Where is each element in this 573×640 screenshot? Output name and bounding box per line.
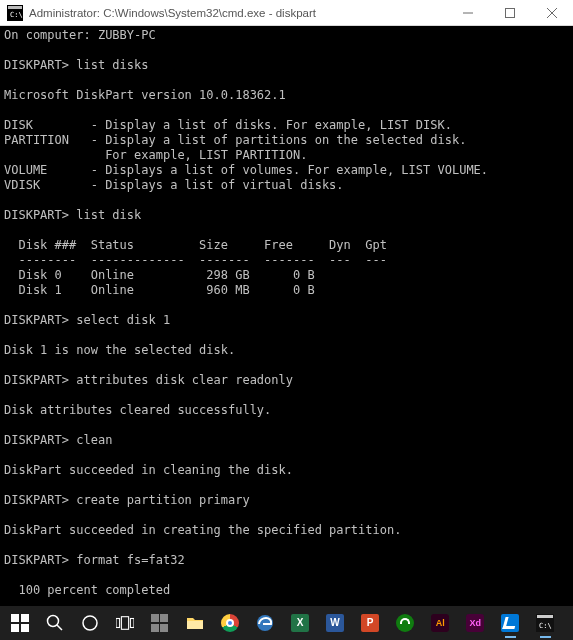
svg-point-11 [47,616,58,627]
close-icon [547,8,557,18]
console-output[interactable]: On computer: ZUBBY-PC DISKPART> list dis… [0,26,573,606]
xbox-icon [396,614,414,632]
minimize-button[interactable] [447,0,489,25]
cmd-icon-taskbar: C:\ [536,614,554,632]
search-icon [46,614,64,632]
maximize-button[interactable] [489,0,531,25]
svg-rect-10 [21,624,29,632]
task-view-button[interactable] [111,608,138,638]
taskbar-app-excel[interactable]: X [287,608,314,638]
titlebar[interactable]: C:\ Administrator: C:\Windows\System32\c… [0,0,573,26]
svg-rect-1 [8,6,22,9]
svg-rect-7 [11,614,19,622]
store-icon [151,614,169,632]
taskbar-app-chrome[interactable] [216,608,243,638]
cortana-icon [81,614,99,632]
taskbar-app-xbox[interactable] [392,608,419,638]
windows-icon [11,614,29,632]
illustrator-icon: Al [431,614,449,632]
excel-icon: X [291,614,309,632]
taskbar-app-vscode[interactable] [497,608,524,638]
cortana-button[interactable] [76,608,103,638]
taskbar-app-word[interactable]: W [322,608,349,638]
svg-rect-14 [116,619,120,628]
task-view-icon [116,614,134,632]
word-icon: W [326,614,344,632]
taskbar-app-xd[interactable]: Xd [462,608,489,638]
svg-point-13 [83,616,97,630]
window: C:\ Administrator: C:\Windows\System32\c… [0,0,573,640]
chrome-icon [221,614,239,632]
svg-rect-20 [537,615,553,618]
svg-rect-9 [11,624,19,632]
start-button[interactable] [6,608,33,638]
svg-rect-4 [506,8,515,17]
taskbar-app-explorer[interactable] [181,608,208,638]
window-title: Administrator: C:\Windows\System32\cmd.e… [29,7,447,19]
minimize-icon [463,8,473,18]
svg-rect-16 [130,619,134,628]
taskbar-app-illustrator[interactable]: Al [427,608,454,638]
svg-text:C:\: C:\ [10,11,23,19]
svg-rect-17 [187,621,203,629]
taskbar[interactable]: X W P Al Xd C:\ [0,606,573,640]
edge-icon [256,614,274,632]
xd-icon: Xd [466,614,484,632]
vscode-icon [501,614,519,632]
taskbar-app-cmd[interactable]: C:\ [532,608,559,638]
svg-line-12 [57,625,62,630]
svg-rect-15 [121,617,128,630]
cmd-icon: C:\ [7,5,23,21]
svg-text:C:\: C:\ [539,622,552,630]
powerpoint-icon: P [361,614,379,632]
maximize-icon [505,8,515,18]
taskbar-app-edge[interactable] [251,608,278,638]
taskbar-app-store[interactable] [146,608,173,638]
close-button[interactable] [531,0,573,25]
taskbar-app-powerpoint[interactable]: P [357,608,384,638]
search-button[interactable] [41,608,68,638]
folder-icon [186,614,204,632]
svg-rect-8 [21,614,29,622]
window-controls [447,0,573,25]
